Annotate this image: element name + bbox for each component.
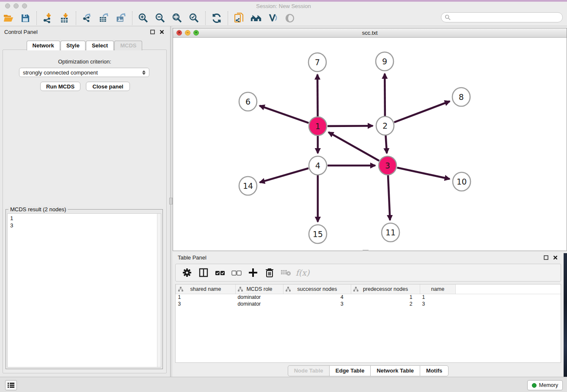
close-panel-icon[interactable]	[158, 28, 165, 35]
table-cell[interactable]: 3	[420, 301, 456, 307]
network-zoom-icon[interactable]: +	[193, 30, 199, 36]
graph-node-1[interactable]: 1	[309, 117, 327, 135]
network-document-icon[interactable]	[234, 13, 245, 24]
graph-edge-3-11[interactable]	[388, 175, 390, 220]
task-history-button[interactable]	[5, 380, 17, 390]
table-row[interactable]: 3dominator323	[176, 301, 561, 307]
graph-edge-3-10[interactable]	[397, 168, 449, 179]
save-session-icon[interactable]	[20, 13, 31, 24]
result-scrollbar[interactable]	[157, 214, 161, 367]
graph-node-14[interactable]: 14	[239, 177, 257, 195]
float-panel-icon[interactable]	[149, 28, 156, 35]
run-mcds-button[interactable]: Run MCDS	[40, 82, 80, 91]
svg-text:10: 10	[457, 177, 467, 186]
graph-node-2[interactable]: 2	[376, 116, 394, 135]
graph-edge-1-7[interactable]	[317, 75, 318, 116]
graph-edge-2-9[interactable]	[385, 74, 385, 116]
graph-edge-3-1[interactable]	[328, 132, 379, 160]
graph-edge-1-6[interactable]	[259, 106, 308, 123]
graph-node-11[interactable]: 11	[382, 223, 399, 242]
import-network-icon[interactable]	[42, 13, 53, 24]
network-graph[interactable]: 7968124314101511	[173, 38, 567, 251]
table-cell[interactable]: dominator	[236, 294, 284, 301]
network-window-titlebar[interactable]: ✕ − + scc.txt	[173, 28, 567, 38]
tab-style[interactable]: Style	[61, 41, 85, 50]
close-panel-button[interactable]: Close panel	[86, 82, 130, 91]
graph-edge-4-14[interactable]	[260, 168, 308, 182]
toolbar-separator	[132, 11, 132, 25]
graph-node-10[interactable]: 10	[453, 172, 471, 191]
table-row[interactable]: 1dominator411	[176, 294, 561, 301]
settings-gear-icon[interactable]	[181, 266, 193, 279]
deselect-all-columns-icon[interactable]	[230, 266, 243, 279]
graph-node-15[interactable]: 15	[309, 225, 327, 243]
close-table-panel-icon[interactable]	[552, 254, 559, 261]
divider-grip[interactable]	[169, 198, 173, 204]
table-cell[interactable]: 4	[284, 294, 351, 301]
zoom-fit-icon[interactable]	[172, 13, 183, 24]
tab-mcds[interactable]: MCDS	[114, 41, 142, 50]
float-table-panel-icon[interactable]	[542, 254, 549, 261]
col-shared-name[interactable]: shared name	[176, 284, 236, 294]
graph-node-3[interactable]: 3	[379, 156, 396, 175]
split-columns-icon[interactable]	[197, 266, 210, 279]
graph-edge-1-2[interactable]	[328, 126, 373, 126]
network-resize-grip[interactable]	[363, 250, 369, 251]
graph-edge-2-8[interactable]	[394, 101, 450, 122]
zoom-out-icon[interactable]	[155, 13, 166, 24]
tab-motifs[interactable]: Motifs	[420, 365, 449, 376]
select-all-columns-icon[interactable]	[214, 266, 226, 279]
table-cell[interactable]: 2	[351, 301, 420, 307]
memory-button[interactable]: Memory	[527, 380, 563, 390]
add-column-icon[interactable]	[247, 266, 259, 279]
mcds-result-list[interactable]: 1 3	[7, 213, 161, 367]
open-session-icon[interactable]	[3, 13, 14, 24]
search-input[interactable]	[452, 14, 562, 20]
memory-label: Memory	[539, 382, 558, 388]
table-cell[interactable]: 3	[176, 301, 236, 307]
control-panel: Control Panel Network Style Select MCDS …	[0, 26, 169, 377]
tab-network[interactable]: Network	[27, 41, 60, 50]
optimization-criterion-select[interactable]: strongly connected component	[19, 68, 149, 77]
zoom-selected-icon[interactable]	[189, 13, 200, 24]
function-builder-icon[interactable]: f(x)	[296, 266, 309, 279]
table-cell[interactable]: 1	[420, 294, 456, 301]
export-image-icon[interactable]	[116, 13, 127, 24]
graph-edge-2-3[interactable]	[385, 135, 387, 153]
panel-divider[interactable]	[169, 26, 173, 377]
tab-network-table[interactable]: Network Table	[370, 365, 420, 376]
delete-column-icon[interactable]	[263, 266, 276, 279]
node-table[interactable]: shared name MCDS role successor nodes pr…	[175, 284, 561, 363]
export-network-icon[interactable]	[82, 13, 93, 24]
graph-node-4[interactable]: 4	[309, 156, 327, 175]
network-minimize-icon[interactable]: −	[185, 30, 190, 36]
toolbar-separator	[228, 11, 228, 25]
col-predecessor-nodes[interactable]: predecessor nodes	[351, 284, 420, 294]
graph-node-9[interactable]: 9	[376, 52, 394, 71]
table-cell[interactable]: 1	[351, 294, 420, 301]
eye-icon[interactable]	[284, 13, 295, 24]
import-table-icon[interactable]	[59, 13, 70, 24]
col-name[interactable]: name	[420, 284, 456, 294]
network-close-icon[interactable]: ✕	[176, 30, 182, 36]
tab-select[interactable]: Select	[86, 41, 114, 50]
graph-node-6[interactable]: 6	[239, 92, 257, 111]
zoom-in-icon[interactable]	[138, 13, 149, 24]
export-table-icon[interactable]	[99, 13, 110, 24]
delete-table-icon[interactable]	[280, 266, 292, 279]
col-successor-nodes[interactable]: successor nodes	[284, 284, 351, 294]
search-field[interactable]	[441, 12, 563, 22]
col-mcds-role[interactable]: MCDS role	[236, 284, 284, 294]
graph-node-8[interactable]: 8	[452, 88, 470, 106]
vizmapper-icon[interactable]	[267, 13, 278, 24]
tab-node-table[interactable]: Node Table	[288, 365, 329, 376]
home-icon[interactable]	[250, 13, 261, 24]
table-cell[interactable]: 3	[284, 301, 351, 307]
table-cell[interactable]: 1	[176, 294, 236, 301]
table-cell[interactable]: dominator	[236, 301, 284, 307]
window-title: Session: New Session	[0, 3, 567, 9]
graph-node-7[interactable]: 7	[308, 53, 326, 72]
tab-edge-table[interactable]: Edge Table	[329, 365, 370, 376]
network-canvas[interactable]: 7968124314101511	[173, 38, 567, 251]
refresh-view-icon[interactable]	[211, 13, 222, 24]
